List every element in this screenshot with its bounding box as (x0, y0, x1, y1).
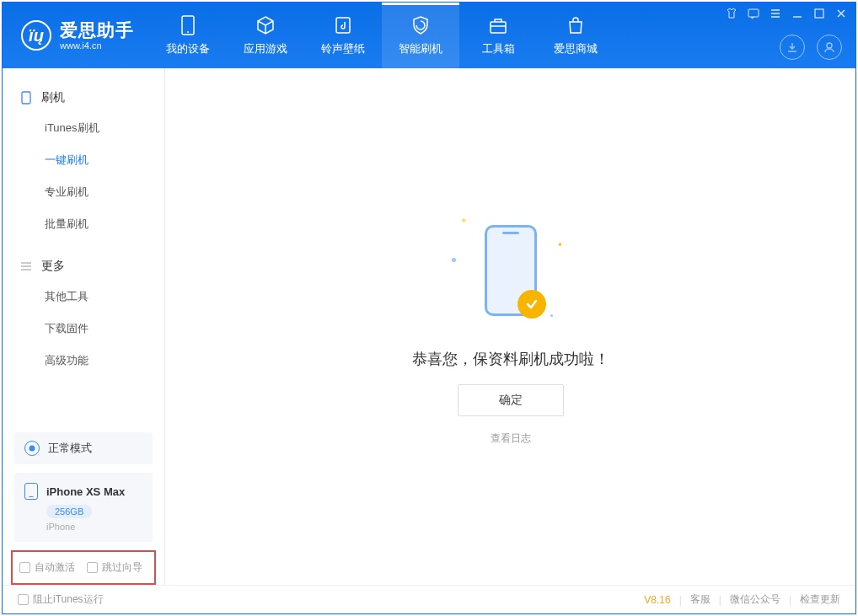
phone-icon (19, 91, 33, 104)
device-icon (177, 14, 199, 36)
device-name: iPhone XS Max (46, 485, 125, 498)
group-title: 更多 (41, 259, 65, 274)
sidebar-item-other-tools[interactable]: 其他工具 (3, 281, 164, 313)
check-badge-icon (517, 290, 546, 319)
svg-rect-4 (748, 9, 759, 17)
svg-rect-5 (815, 9, 823, 18)
shield-icon (410, 14, 432, 36)
options-highlight-box: 自动激活 跳过向导 (11, 550, 156, 585)
footer-link-cs[interactable]: 客服 (690, 592, 711, 607)
cube-icon (255, 14, 276, 36)
toolbox-icon (487, 14, 509, 36)
sidebar-group-flash[interactable]: 刷机 (3, 83, 164, 112)
list-icon (19, 261, 33, 271)
footer: 阻止iTunes运行 V8.16 | 客服 | 微信公众号 | 检查更新 (3, 585, 855, 613)
checkbox-label: 跳过向导 (102, 560, 142, 575)
device-capacity: 256GB (46, 505, 92, 518)
tshirt-icon[interactable] (726, 8, 737, 19)
tab-label: 应用游戏 (244, 41, 287, 56)
status-dot-icon (24, 441, 40, 456)
window-controls (726, 8, 847, 19)
status-label: 正常模式 (48, 441, 92, 456)
tab-label: 我的设备 (166, 41, 210, 56)
sidebar-item-advanced[interactable]: 高级功能 (3, 345, 164, 377)
main-content: ✦ ✦ 恭喜您，保资料刷机成功啦！ 确定 查看日志 (165, 68, 855, 585)
sidebar-item-pro-flash[interactable]: 专业刷机 (3, 176, 164, 208)
app-subtitle: www.i4.cn (60, 40, 134, 51)
app-title: 爱思助手 (60, 20, 134, 40)
nav-tabs: 我的设备 应用游戏 铃声壁纸 智能刷机 工具箱 爱思商城 (149, 3, 614, 68)
svg-point-1 (187, 31, 189, 33)
header: ïų 爱思助手 www.i4.cn 我的设备 应用游戏 铃声壁纸 智能刷机 (3, 3, 855, 68)
mode-status[interactable]: 正常模式 (14, 432, 153, 464)
device-type: iPhone (46, 522, 142, 532)
feedback-icon[interactable] (748, 8, 759, 19)
success-illustration: ✦ ✦ (443, 207, 578, 334)
checkbox-icon (87, 562, 98, 573)
download-button[interactable] (780, 35, 805, 60)
menu-icon[interactable] (770, 8, 781, 19)
checkbox-block-itunes[interactable]: 阻止iTunes运行 (18, 592, 104, 607)
minimize-button[interactable] (791, 8, 803, 19)
checkbox-label: 阻止iTunes运行 (33, 592, 104, 607)
svg-rect-3 (491, 22, 506, 33)
version-label: V8.16 (644, 594, 670, 606)
maximize-button[interactable] (813, 8, 825, 19)
view-log-link[interactable]: 查看日志 (491, 431, 531, 446)
checkbox-label: 自动激活 (35, 560, 75, 575)
tab-label: 爱思商城 (554, 41, 598, 56)
tab-apps-games[interactable]: 应用游戏 (227, 3, 304, 68)
sidebar: 刷机 iTunes刷机 一键刷机 专业刷机 批量刷机 更多 其他工具 下载固件 … (3, 68, 165, 585)
svg-point-6 (827, 43, 832, 48)
logo-icon: ïų (21, 20, 51, 51)
tab-store[interactable]: 爱思商城 (537, 3, 614, 68)
sidebar-item-one-click-flash[interactable]: 一键刷机 (3, 144, 164, 176)
footer-link-wechat[interactable]: 微信公众号 (730, 592, 780, 607)
tab-toolbox[interactable]: 工具箱 (459, 3, 537, 68)
sidebar-item-download-firmware[interactable]: 下载固件 (3, 313, 164, 345)
app-window: ïų 爱思助手 www.i4.cn 我的设备 应用游戏 铃声壁纸 智能刷机 (2, 2, 856, 614)
checkbox-icon (19, 562, 30, 573)
close-button[interactable] (835, 8, 847, 19)
footer-link-update[interactable]: 检查更新 (800, 592, 840, 607)
checkbox-auto-activate[interactable]: 自动激活 (19, 560, 75, 575)
svg-rect-7 (22, 92, 30, 104)
sidebar-group-more[interactable]: 更多 (3, 252, 164, 281)
checkbox-icon (18, 594, 29, 605)
body: 刷机 iTunes刷机 一键刷机 专业刷机 批量刷机 更多 其他工具 下载固件 … (3, 68, 855, 585)
tab-ringtones[interactable]: 铃声壁纸 (304, 3, 382, 68)
checkbox-skip-wizard[interactable]: 跳过向导 (87, 560, 142, 575)
music-icon (332, 14, 354, 36)
tab-smart-flash[interactable]: 智能刷机 (382, 3, 459, 68)
sidebar-item-itunes-flash[interactable]: iTunes刷机 (3, 112, 164, 144)
success-message: 恭喜您，保资料刷机成功啦！ (412, 349, 609, 369)
bag-icon (565, 14, 587, 36)
group-title: 刷机 (41, 90, 65, 105)
logo: ïų 爱思助手 www.i4.cn (3, 3, 149, 68)
tab-label: 智能刷机 (399, 41, 442, 56)
sidebar-item-batch-flash[interactable]: 批量刷机 (3, 208, 164, 240)
tab-my-device[interactable]: 我的设备 (149, 3, 227, 68)
header-actions (780, 35, 842, 60)
tab-label: 铃声壁纸 (321, 41, 365, 56)
user-button[interactable] (817, 35, 842, 60)
device-card[interactable]: iPhone XS Max 256GB iPhone (14, 473, 153, 542)
ok-button[interactable]: 确定 (458, 384, 564, 416)
device-icon (24, 483, 38, 500)
tab-label: 工具箱 (482, 41, 515, 56)
